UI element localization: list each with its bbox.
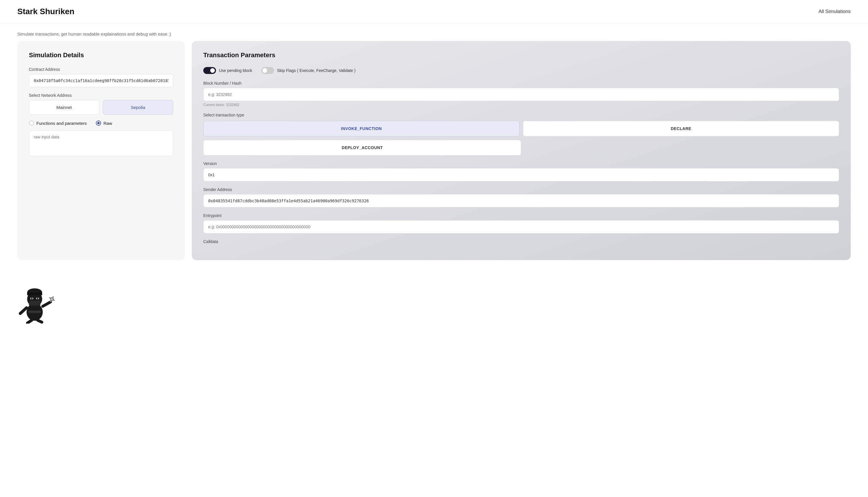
calldata-group: Calldata	[203, 239, 839, 244]
network-label: Select Network Address	[29, 93, 173, 98]
raw-input-textarea[interactable]	[29, 130, 173, 156]
input-type-radio-group: Functions and parameters Raw	[29, 120, 173, 126]
entrypoint-group: Entrypoint	[203, 213, 839, 233]
sender-address-label: Sender Address	[203, 187, 839, 192]
block-number-label: Block Number / Hash	[203, 81, 839, 86]
network-buttons: Mainnet Sepolia	[29, 100, 173, 115]
pending-block-toggle-item: Use pending block	[203, 67, 252, 74]
invoke-function-button[interactable]: INVOKE_FUNCTION	[203, 121, 519, 137]
radio-functions-option[interactable]: Functions and parameters	[29, 120, 87, 126]
current-block-text: Current block: 3232882	[203, 103, 839, 107]
right-panel-title: Transaction Parameters	[203, 52, 839, 59]
skip-flags-toggle-item: Skip Flags ( Execute, FeeCharge, Validat…	[261, 67, 355, 74]
simulation-details-panel: Simulation Details Contract Address Sele…	[17, 41, 185, 260]
tx-type-buttons-row2: DEPLOY_ACCOUNT	[203, 140, 839, 155]
deploy-account-button[interactable]: DEPLOY_ACCOUNT	[203, 140, 521, 155]
declare-button[interactable]: DECLARE	[523, 121, 839, 137]
block-number-group: Block Number / Hash Current block: 32328…	[203, 81, 839, 107]
version-group: Version	[203, 161, 839, 182]
main-content: Simulation Details Contract Address Sele…	[0, 41, 868, 272]
sender-address-group: Sender Address	[203, 187, 839, 208]
calldata-label: Calldata	[203, 239, 839, 244]
tx-type-buttons-row1: INVOKE_FUNCTION DECLARE	[203, 121, 839, 137]
network-group: Select Network Address Mainnet Sepolia	[29, 93, 173, 115]
contract-address-input[interactable]	[29, 74, 173, 87]
ninja-mascot-container	[0, 272, 868, 325]
skip-flags-toggle[interactable]	[261, 67, 274, 74]
svg-line-10	[43, 302, 50, 306]
app-title: Stark Shuriken	[17, 7, 74, 16]
all-simulations-link[interactable]: All Simulations	[819, 9, 851, 14]
tx-type-group: Select transaction type INVOKE_FUNCTION …	[203, 113, 839, 155]
sepolia-button[interactable]: Sepolia	[103, 100, 173, 115]
mainnet-button[interactable]: Mainnet	[29, 100, 99, 115]
subtitle-text: Simulate transactions, get human readabl…	[0, 24, 868, 41]
svg-rect-8	[27, 293, 42, 295]
radio-raw-option[interactable]: Raw	[96, 120, 112, 126]
tx-type-label: Select transaction type	[203, 113, 839, 117]
svg-line-9	[20, 308, 27, 313]
entrypoint-label: Entrypoint	[203, 213, 839, 218]
svg-rect-2	[29, 300, 41, 306]
block-number-input[interactable]	[203, 88, 839, 101]
sender-address-input[interactable]	[203, 194, 839, 208]
radio-functions-label: Functions and parameters	[36, 121, 87, 126]
transaction-parameters-panel: Transaction Parameters Use pending block…	[192, 41, 851, 260]
svg-rect-15	[28, 311, 41, 313]
svg-line-14	[38, 320, 42, 322]
radio-raw-circle	[96, 120, 101, 126]
skip-flags-label: Skip Flags ( Execute, FeeCharge, Validat…	[277, 68, 355, 73]
version-label: Version	[203, 161, 839, 166]
svg-point-5	[31, 298, 33, 299]
pending-block-label: Use pending block	[219, 68, 252, 73]
svg-point-6	[37, 298, 39, 299]
ninja-mascot-icon	[12, 278, 58, 324]
radio-functions-circle	[29, 120, 34, 126]
contract-address-label: Contract Address	[29, 67, 173, 72]
entrypoint-input[interactable]	[203, 220, 839, 233]
contract-address-group: Contract Address	[29, 67, 173, 87]
left-panel-title: Simulation Details	[29, 52, 173, 59]
svg-line-13	[27, 320, 32, 323]
radio-raw-label: Raw	[103, 121, 112, 126]
version-input[interactable]	[203, 168, 839, 182]
toggle-row: Use pending block Skip Flags ( Execute, …	[203, 67, 839, 74]
pending-block-toggle[interactable]	[203, 67, 216, 74]
